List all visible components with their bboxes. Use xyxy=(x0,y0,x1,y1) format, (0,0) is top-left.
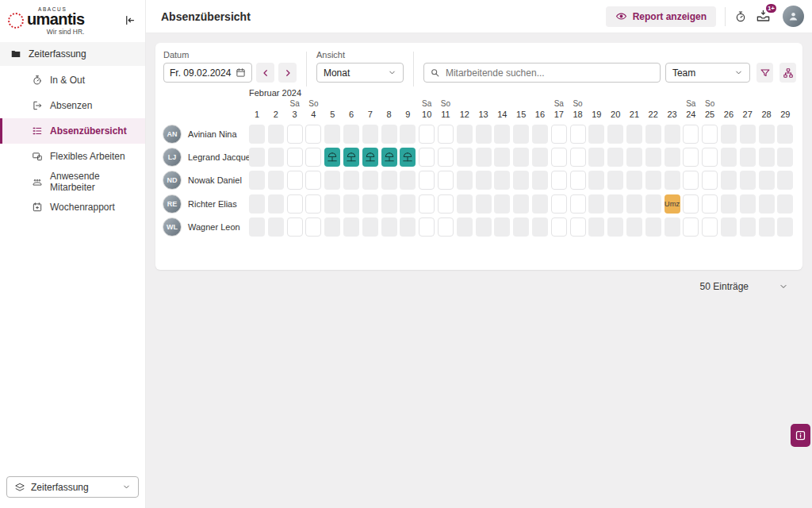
date-input[interactable] xyxy=(170,67,236,79)
day-cell[interactable] xyxy=(513,148,529,167)
day-cell[interactable] xyxy=(607,217,623,237)
day-cell[interactable] xyxy=(457,217,473,237)
day-cell[interactable] xyxy=(777,217,793,237)
day-cell[interactable] xyxy=(626,125,642,144)
day-cell[interactable] xyxy=(494,125,510,144)
day-cell[interactable] xyxy=(419,171,435,190)
day-cell[interactable] xyxy=(343,125,359,144)
day-cell[interactable] xyxy=(645,171,661,190)
day-cell[interactable] xyxy=(287,194,303,214)
day-cell[interactable] xyxy=(249,148,265,167)
inbox-button[interactable]: 1+ xyxy=(756,9,771,24)
day-cell[interactable] xyxy=(419,125,435,144)
day-cell[interactable] xyxy=(494,148,510,167)
day-cell[interactable] xyxy=(570,125,586,144)
day-cell[interactable] xyxy=(400,217,416,237)
day-cell[interactable] xyxy=(494,171,510,190)
day-cell[interactable] xyxy=(494,194,510,214)
day-cell[interactable] xyxy=(607,125,623,144)
day-cell[interactable] xyxy=(476,217,492,237)
day-cell[interactable] xyxy=(324,125,340,144)
day-cell[interactable] xyxy=(645,125,661,144)
timer-button[interactable] xyxy=(734,10,747,23)
day-cell[interactable] xyxy=(626,171,642,190)
day-cell[interactable] xyxy=(305,148,321,167)
absence-cell[interactable]: Umz xyxy=(665,194,680,214)
day-cell[interactable] xyxy=(249,217,265,237)
day-cell[interactable] xyxy=(362,171,378,190)
report-anzeigen-button[interactable]: Report anzeigen xyxy=(606,6,716,27)
day-cell[interactable] xyxy=(532,217,548,237)
day-cell[interactable] xyxy=(457,171,473,190)
day-cell[interactable] xyxy=(570,148,586,167)
day-cell[interactable] xyxy=(759,194,775,214)
day-cell[interactable] xyxy=(249,171,265,190)
absence-cell[interactable] xyxy=(381,148,397,167)
day-cell[interactable] xyxy=(588,171,604,190)
day-cell[interactable] xyxy=(400,125,416,144)
day-cell[interactable] xyxy=(438,148,454,167)
day-cell[interactable] xyxy=(494,217,510,237)
day-cell[interactable] xyxy=(683,194,699,214)
day-cell[interactable] xyxy=(362,125,378,144)
search-input[interactable] xyxy=(446,67,654,79)
module-select[interactable]: Zeiterfassung xyxy=(6,476,139,498)
day-cell[interactable] xyxy=(740,171,756,190)
day-cell[interactable] xyxy=(588,148,604,167)
day-cell[interactable] xyxy=(759,217,775,237)
day-cell[interactable] xyxy=(532,148,548,167)
day-cell[interactable] xyxy=(740,148,756,167)
day-cell[interactable] xyxy=(438,171,454,190)
day-cell[interactable] xyxy=(777,194,793,214)
absence-cell[interactable] xyxy=(362,148,378,167)
day-cell[interactable] xyxy=(419,148,435,167)
absence-cell[interactable] xyxy=(343,148,359,167)
day-cell[interactable] xyxy=(305,171,321,190)
day-cell[interactable] xyxy=(702,125,718,144)
day-cell[interactable] xyxy=(588,125,604,144)
day-cell[interactable] xyxy=(777,148,793,167)
day-cell[interactable] xyxy=(438,217,454,237)
day-cell[interactable] xyxy=(532,194,548,214)
day-cell[interactable] xyxy=(532,125,548,144)
day-cell[interactable] xyxy=(759,148,775,167)
day-cell[interactable] xyxy=(457,148,473,167)
day-cell[interactable] xyxy=(721,148,737,167)
sidebar-collapse-button[interactable] xyxy=(124,14,136,26)
day-cell[interactable] xyxy=(457,194,473,214)
day-cell[interactable] xyxy=(513,217,529,237)
view-select[interactable]: Monat xyxy=(316,63,404,83)
day-cell[interactable] xyxy=(268,217,284,237)
day-cell[interactable] xyxy=(551,125,567,144)
day-cell[interactable] xyxy=(665,217,680,237)
team-filter-select[interactable]: Team xyxy=(665,63,750,83)
day-cell[interactable] xyxy=(588,194,604,214)
day-cell[interactable] xyxy=(740,125,756,144)
day-cell[interactable] xyxy=(702,217,718,237)
day-cell[interactable] xyxy=(287,217,303,237)
day-cell[interactable] xyxy=(551,194,567,214)
day-cell[interactable] xyxy=(645,217,661,237)
day-cell[interactable] xyxy=(249,125,265,144)
day-cell[interactable] xyxy=(343,217,359,237)
day-cell[interactable] xyxy=(287,148,303,167)
day-cell[interactable] xyxy=(532,171,548,190)
info-button[interactable] xyxy=(791,424,810,447)
day-cell[interactable] xyxy=(457,125,473,144)
day-cell[interactable] xyxy=(570,171,586,190)
day-cell[interactable] xyxy=(438,194,454,214)
day-cell[interactable] xyxy=(570,194,586,214)
day-cell[interactable] xyxy=(400,171,416,190)
day-cell[interactable] xyxy=(268,125,284,144)
day-cell[interactable] xyxy=(777,171,793,190)
day-cell[interactable] xyxy=(305,194,321,214)
day-cell[interactable] xyxy=(305,125,321,144)
day-cell[interactable] xyxy=(721,125,737,144)
org-chart-button[interactable] xyxy=(779,63,796,83)
day-cell[interactable] xyxy=(683,125,699,144)
absence-cell[interactable] xyxy=(400,148,416,167)
day-cell[interactable] xyxy=(626,194,642,214)
day-cell[interactable] xyxy=(249,194,265,214)
day-cell[interactable] xyxy=(588,217,604,237)
day-cell[interactable] xyxy=(381,217,397,237)
